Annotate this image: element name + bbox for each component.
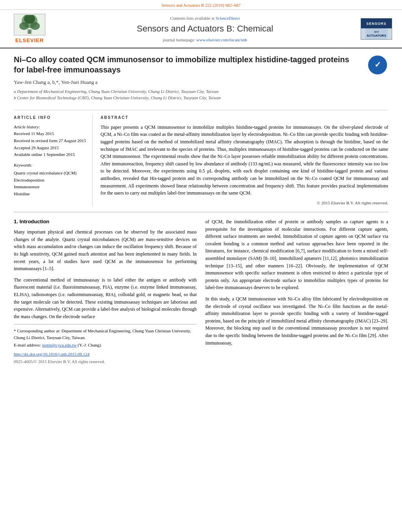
elsevier-text-label: ELSEVIER (15, 37, 44, 44)
intro-section-number: 1. (14, 219, 18, 224)
page-container: Sensors and Actuators B 222 (2016) 682–6… (0, 0, 402, 373)
abstract-column: ABSTRACT This paper presents a QCM immun… (100, 115, 388, 206)
keywords-section: Keywords: Quartz crystal microbalance (Q… (14, 162, 86, 198)
body-right-col: of QCM, the immobilization either of pro… (205, 218, 388, 365)
svg-rect-5 (27, 29, 32, 34)
body-left-col: 1. Introduction Many important physical … (14, 218, 197, 365)
homepage-url[interactable]: www.elsevier.com/locate/snb (196, 37, 247, 42)
body-two-col: 1. Introduction Many important physical … (14, 218, 388, 365)
footnote-corresponding: * Corresponding author at: Department of… (14, 328, 197, 341)
received-revised-date: Received in revised form 27 August 2015 (14, 137, 86, 145)
history-label: Article history: (14, 124, 86, 131)
contents-line: Contents lists available at ScienceDirec… (59, 15, 351, 21)
intro-section-label: Introduction (19, 219, 49, 224)
received-date: Received 11 May 2015 (14, 130, 86, 137)
affiliation-b: b Center for Biomedical Technology (CBT)… (14, 95, 359, 101)
journal-title-header: Sensors and Actuators B: Chemical (59, 23, 351, 35)
doi-line: http://dx.doi.org/10.1016/j.snb.2015.08.… (14, 351, 197, 358)
authors: Yaw-Jen Chang a, b,*, Yen-Juei Huang a (14, 79, 359, 86)
journal-homepage: journal homepage: www.elsevier.com/locat… (59, 37, 351, 43)
and-text: and (367, 30, 386, 34)
crossmark-icon: ✓ (368, 56, 387, 74)
intro-paragraph-1: Many important physical and chemical pro… (14, 228, 197, 272)
affiliation-a: a Department of Mechanical Engineering, … (14, 88, 359, 95)
header-area: ELSEVIER Contents lists available at Sci… (0, 10, 402, 48)
footnote-email: E-mail address: justin@cycu.edu.tw (Y.-J… (14, 342, 197, 348)
copyright-line: © 2015 Elsevier B.V. All rights reserved… (100, 200, 388, 206)
contents-text: Contents lists available at (170, 16, 214, 20)
article-title: Ni–Co alloy coated QCM immunosensor to i… (14, 54, 359, 75)
journal-citation: Sensors and Actuators B 222 (2016) 682–6… (162, 3, 240, 7)
header-center: Contents lists available at ScienceDirec… (51, 15, 359, 43)
article-title-text: Ni–Co alloy coated QCM immunosensor to i… (14, 54, 359, 101)
svg-point-3 (30, 22, 40, 30)
journal-link-bar: Sensors and Actuators B 222 (2016) 682–6… (0, 0, 402, 10)
sensors-logo: SENSORS and ACTUATORS (359, 18, 394, 40)
keywords-label: Keywords: (14, 162, 86, 168)
intro-right-paragraph-2: In this study, a QCM immunosensor with N… (205, 295, 388, 347)
crossmark-logo[interactable]: ✓ (367, 54, 388, 76)
affiliations: a Department of Mechanical Engineering, … (14, 88, 359, 101)
main-content: Ni–Co alloy coated QCM immunosensor to i… (0, 48, 402, 373)
homepage-text: journal homepage: (163, 37, 195, 42)
svg-text:✓: ✓ (374, 60, 381, 69)
article-info-column: ARTICLE INFO Article history: Received 1… (14, 115, 93, 206)
doi-link[interactable]: http://dx.doi.org/10.1016/j.snb.2015.08.… (14, 352, 89, 356)
elsevier-logo: ELSEVIER (8, 14, 51, 44)
actuators-text: ACTUATORS (367, 33, 386, 38)
elsevier-tree-image (14, 14, 45, 35)
article-info-heading: ARTICLE INFO (14, 115, 86, 120)
abstract-heading: ABSTRACT (100, 115, 388, 120)
keyword-1: Quartz crystal microbalance (QCM) (14, 170, 86, 177)
sensors-text: SENSORS (366, 22, 386, 26)
intro-paragraph-2: The conventional method of immunoassay i… (14, 276, 197, 321)
sciencedirect-link[interactable]: ScienceDirect (216, 16, 240, 20)
abstract-text: This paper presents a QCM immunosensor t… (100, 124, 388, 197)
article-title-section: Ni–Co alloy coated QCM immunosensor to i… (14, 54, 388, 105)
email-link[interactable]: justin@cycu.edu.tw (42, 343, 76, 347)
section-divider (14, 212, 388, 212)
authors-text: Yaw-Jen Chang a, b,*, Yen-Juei Huang a (14, 79, 97, 85)
accepted-date: Accepted 29 August 2015 (14, 145, 86, 152)
two-column-section: ARTICLE INFO Article history: Received 1… (14, 110, 388, 206)
available-online-date: Available online 1 September 2015 (14, 151, 86, 158)
sensors-logo-box: SENSORS and ACTUATORS (361, 18, 392, 40)
keyword-2: Electrodeposition (14, 177, 86, 184)
intro-right-paragraph-1: of QCM, the immobilization either of pro… (205, 218, 388, 291)
email-label: E-mail address: (14, 343, 41, 347)
keyword-4: Histidine (14, 191, 86, 198)
keyword-3: Immunosensor (14, 184, 86, 191)
footnote-area: * Corresponding author at: Department of… (14, 324, 197, 365)
svg-point-2 (19, 22, 29, 30)
email-note: (Y.-J. Chang). (78, 343, 102, 347)
intro-title: 1. Introduction (14, 218, 197, 225)
issn-line: 0925-4005/© 2015 Elsevier B.V. All right… (14, 358, 197, 365)
article-history: Article history: Received 11 May 2015 Re… (14, 124, 86, 158)
